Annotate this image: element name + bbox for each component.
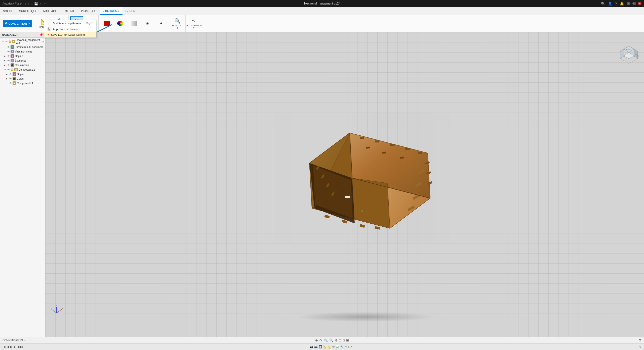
color-btn2[interactable] <box>114 16 127 31</box>
navigator-title: NAVIGATEUR <box>2 33 18 36</box>
tl-icon5[interactable]: 📐 <box>328 345 331 348</box>
notification-icon[interactable]: 🔔 <box>620 2 624 6</box>
wireframe-btn[interactable]: □ <box>339 338 341 342</box>
expand-esquisses: ▶ <box>4 60 7 62</box>
lock-root[interactable]: 🔓 <box>8 40 11 43</box>
conception-button[interactable]: ⚙ CONCEPTION ▼ <box>3 20 32 27</box>
icon-root: ▣ <box>12 40 15 43</box>
appstore-item[interactable]: 🏪 App Store de Fusion <box>44 26 96 32</box>
tl-icon8[interactable]: 🔧 <box>340 345 344 348</box>
redo-btn[interactable]: ↪ <box>44 2 47 6</box>
orientation-cube[interactable]: HAUT DROITE <box>619 45 639 65</box>
tree-corps[interactable]: ▶ 👁 ⬛ Corps <box>0 76 45 81</box>
tree-params[interactable]: 👁 ≡ Paramètres du document <box>0 45 45 49</box>
scripts-item[interactable]: 📄 Scripts et compléments... Maj+S <box>44 20 96 26</box>
color-row: ⊞ ✦ <box>100 16 168 31</box>
home-btn[interactable]: ⌂ <box>31 2 33 6</box>
toolbar-inspecter-group: 🔍 INSPECTER ▼ <box>169 15 186 32</box>
zoom-in-btn[interactable]: 🔍 <box>324 338 328 342</box>
menu-maillage[interactable]: MAILLAGE <box>40 7 60 15</box>
tl-icon1[interactable]: 📷 <box>310 345 313 348</box>
tl-icon10[interactable]: ↕ <box>348 345 349 348</box>
color-btn3[interactable] <box>127 16 140 31</box>
search-icon[interactable]: 🔍 <box>601 2 605 6</box>
view-cube-btn[interactable]: ⊕ <box>335 338 338 342</box>
eye-esquisses[interactable]: 👁 <box>7 59 10 62</box>
tree-construction[interactable]: ▶ 👁 ⬛ Construction <box>0 63 45 67</box>
save-btn[interactable]: 💾 <box>34 2 38 6</box>
play-prev-btn[interactable]: |◀ <box>3 345 5 348</box>
undo-btn[interactable]: ↩ <box>40 2 43 6</box>
tree-composant1[interactable]: ▼ 👁 🔓 ▣ Composant1:1 <box>0 67 45 72</box>
tree-origine2[interactable]: ▶ 👁 ⊕ Origine <box>0 72 45 76</box>
back-btn[interactable]: ‹ <box>25 1 26 6</box>
lock-composant1[interactable]: 🔓 <box>11 68 14 71</box>
menu-solide[interactable]: SOLIDE <box>0 7 16 15</box>
menu-tolerie[interactable]: TÔLERIE <box>60 7 78 15</box>
eye-origine[interactable]: 👁 <box>7 55 10 58</box>
tl-icon6[interactable]: ⟳ <box>332 345 335 348</box>
play-back-btn[interactable]: ◀ <box>7 345 9 348</box>
fit-all-btn[interactable]: ⊕ <box>315 338 318 342</box>
menu-surfacique[interactable]: SURFACIQUE <box>16 7 40 15</box>
menubar: SOLIDE SURFACIQUE MAILLAGE TÔLERIE PLAST… <box>0 7 644 15</box>
help-icon[interactable]: ? <box>615 2 617 6</box>
savedxf-item[interactable]: ● Save DXF for Laser Cutting <box>44 32 96 37</box>
status-settings-icon[interactable]: ⚙ <box>639 345 641 348</box>
tree-root[interactable]: ▼ 👁 🔓 ▣ Hexaonal_rangement v12 ⚙ <box>0 38 45 45</box>
tree-composant9[interactable]: 👁 ▣ Composant9:1 <box>0 81 45 85</box>
maximize-btn[interactable]: □ <box>632 2 636 5</box>
navigator-pin-icon[interactable]: 📌 <box>39 33 43 36</box>
window-title: Hexaonal_rangement v12* <box>304 2 340 5</box>
tl-icon4[interactable]: 📐 <box>323 345 327 348</box>
inspecter-btn[interactable]: 🔍 INSPECTER ▼ <box>171 16 184 31</box>
main-content: NAVIGATEUR 📌 ▼ 👁 🔓 ▣ Hexaonal_rangement … <box>0 32 644 337</box>
forward-btn[interactable]: › <box>28 1 29 6</box>
eye-root[interactable]: 👁 <box>5 40 8 43</box>
zoom-out-btn[interactable]: 🔍 <box>329 338 333 342</box>
svg-rect-35 <box>366 146 370 148</box>
tl-icon3[interactable]: 🔲 <box>319 345 322 348</box>
viewport[interactable]: HAUT DROITE X Y Z <box>45 32 644 337</box>
eye-params[interactable]: 👁 <box>7 46 10 48</box>
account-icon[interactable]: 👤 <box>608 2 612 6</box>
tree-vues[interactable]: 👁 ⊞ Vues nommées <box>0 49 45 54</box>
add-comment-btn[interactable]: + <box>24 339 26 342</box>
menu-utilitaires[interactable]: UTILITAIRES <box>100 7 123 15</box>
window-controls: − □ × <box>627 2 641 5</box>
selectionner-btn[interactable]: ↖ SÉLECTIONNER ▼ <box>187 16 200 31</box>
eye-construction[interactable]: 👁 <box>7 64 10 67</box>
color-btn5[interactable]: ✦ <box>154 16 168 31</box>
close-btn[interactable]: × <box>638 2 641 5</box>
play-end-btn[interactable]: ▶▶| <box>18 345 23 348</box>
play-btn[interactable]: ▶ <box>10 345 12 348</box>
eye-corps[interactable]: 👁 <box>9 77 12 80</box>
icon-composant1: ▣ <box>14 68 18 71</box>
minimize-btn[interactable]: − <box>627 2 630 5</box>
orbit-btn[interactable]: ⟳ <box>319 338 322 342</box>
eye-vues[interactable]: 👁 <box>7 50 10 53</box>
settings-btn[interactable]: ⚙ <box>638 338 641 342</box>
color-btn1[interactable] <box>100 16 113 31</box>
grid-btn[interactable]: ⊞ <box>346 338 349 342</box>
svg-rect-37 <box>400 157 404 159</box>
eye-composant9[interactable]: 👁 <box>9 82 12 85</box>
play-next-btn[interactable]: ▶| <box>14 345 17 348</box>
tree-origine[interactable]: ▶ 👁 ⊕ Origine <box>0 54 45 58</box>
tl-icon7[interactable]: 📊 <box>336 345 339 348</box>
star-icon: ✦ <box>159 21 163 26</box>
sel-row: ↖ SÉLECTIONNER ▼ <box>187 16 200 31</box>
tl-icon2[interactable]: 📷 <box>314 345 318 348</box>
origine2-label: Origine <box>17 73 25 76</box>
color-btn4[interactable]: ⊞ <box>141 16 154 31</box>
menu-plastique[interactable]: PLASTIQUE <box>78 7 100 15</box>
root-settings[interactable]: ⚙ <box>42 40 44 43</box>
tree-esquisses[interactable]: ▶ 👁 ✏ Esquisses <box>0 58 45 63</box>
menu-gerer[interactable]: GÉRER <box>123 7 138 15</box>
tl-icon11[interactable]: ↗ <box>350 345 352 348</box>
eye-composant1[interactable]: 👁 <box>7 68 10 71</box>
tl-icon9[interactable]: ✏ <box>345 345 347 348</box>
shading-btn[interactable]: □ <box>343 338 345 342</box>
icon-esquisses: ✏ <box>11 59 14 62</box>
eye-origine2[interactable]: 👁 <box>9 73 12 76</box>
